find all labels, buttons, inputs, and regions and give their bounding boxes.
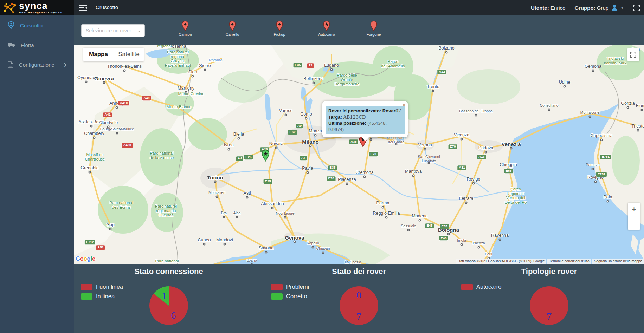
map-city-dot	[499, 239, 501, 241]
zoom-in-button[interactable]: +	[628, 203, 640, 216]
road-badge-e45: E45	[425, 223, 434, 228]
road-badge-a7: A7	[300, 156, 307, 160]
map-city-dot	[641, 109, 643, 111]
sidebar-item-label: Flotta	[21, 42, 34, 48]
road-badge-a430: A430	[122, 143, 133, 148]
map-city-dot	[224, 243, 226, 246]
report-error-link[interactable]: Segnala un errore nella mappa	[592, 259, 644, 264]
map-city-dot	[203, 243, 206, 246]
map-city-dot	[116, 132, 118, 135]
chart-legend: Autocarro	[461, 283, 502, 293]
legend-item-in-linea: In linea	[81, 293, 123, 300]
sidebar-item-flotta[interactable]: Flotta	[0, 35, 74, 55]
zoom-out-button[interactable]: −	[628, 216, 640, 230]
map-city-dot	[548, 109, 550, 111]
legend-swatch	[271, 293, 283, 300]
rover-type-legend: CamionCarrelloPickupAutocarroFurgone	[162, 20, 397, 43]
rover-info-body: Rover Id personalizzato: Rover07 Targa: …	[326, 106, 405, 134]
map-city-dot	[475, 114, 477, 117]
satellite-button[interactable]: Satellite	[114, 48, 144, 61]
pie-value-label: 1	[162, 290, 167, 301]
map-city-dot	[314, 134, 317, 137]
map-city-dot	[485, 151, 487, 154]
sidebar-item-configurazione[interactable]: Configurazione ❯	[0, 55, 74, 74]
road-badge-e70: E70	[449, 144, 457, 149]
road-badge-a22: A22	[437, 70, 446, 74]
road-badge-a13: A13	[477, 155, 486, 159]
document-icon	[8, 61, 13, 68]
pie-chart: 70	[334, 281, 384, 332]
road-badge-e70: E70	[327, 176, 336, 181]
rover-info-popup: × Rover Id personalizzato: Rover07 Targa…	[322, 101, 408, 137]
user-avatar-icon[interactable]	[611, 4, 618, 11]
legend-swatch	[81, 284, 92, 290]
map-city-dot	[312, 246, 314, 249]
menu-fold-icon[interactable]	[79, 5, 87, 11]
road-badge-e35: E35	[439, 236, 448, 240]
legend-item-problemi: Problemi	[271, 283, 309, 290]
google-logo[interactable]: Google	[76, 255, 95, 262]
road-badge-a31: A31	[457, 165, 466, 170]
road-badge-a40: A40	[142, 96, 151, 100]
rover-type-carrello: Carrello	[209, 20, 256, 43]
sidebar-item-label: Cruscotto	[20, 22, 43, 28]
pie-value-label: 0	[356, 289, 361, 300]
map-city-dot	[607, 200, 609, 203]
legend-swatch	[461, 284, 473, 290]
road-badge-a410: A410	[118, 101, 129, 105]
chart-title: Tipologie rover	[454, 267, 644, 276]
map-city-dot	[294, 241, 296, 243]
map-canvas[interactable]: GinevraTorinoMilanoGenovaVeneziaBolognaO…	[74, 45, 644, 264]
map-city-dot	[478, 246, 480, 249]
map-city-dot	[185, 91, 187, 94]
chevron-expand-icon[interactable]: ❯	[64, 63, 67, 67]
map-city-dot	[107, 126, 110, 128]
map-city-dot	[228, 148, 230, 151]
pie-value-label: 7	[356, 311, 361, 322]
map-type-control: Mappa Satellite	[83, 48, 144, 61]
map-city-dot	[204, 69, 206, 71]
logo-network-icon	[3, 1, 18, 14]
map-city-dot	[447, 233, 450, 235]
chart-tipologie-rover: Tipologie roverAutocarro7	[454, 264, 644, 333]
rover-select[interactable]: Selezionare un rover ⌄	[81, 24, 145, 37]
map-city-dot	[265, 251, 268, 254]
legend-item-fuori-linea: Fuori linea	[81, 283, 123, 290]
map-city-dot	[238, 137, 240, 140]
map-city-dot	[564, 85, 566, 88]
chevron-down-icon: ⌄	[137, 28, 141, 33]
terms-link[interactable]: Termini e condizioni d'uso	[547, 259, 591, 264]
legend-item-corretto: Corretto	[271, 293, 309, 300]
sidebar-item-cruscotto[interactable]: Cruscotto	[0, 15, 74, 35]
rover-select-placeholder: Selezionare un rover	[86, 28, 131, 33]
map-city-dot	[592, 168, 594, 170]
map-city-dot	[445, 51, 448, 54]
logo-title: synca	[19, 1, 63, 11]
map-button[interactable]: Mappa	[83, 48, 114, 61]
map-city-dot	[214, 181, 217, 183]
fullscreen-icon[interactable]	[633, 5, 640, 11]
rover-type-label: Pickup	[273, 32, 285, 37]
app-root: synca fleet management system Cruscotto …	[0, 0, 644, 333]
group-menu[interactable]: Gruppo: Grup ▼	[574, 4, 624, 11]
page-title: Cruscotto	[96, 4, 118, 10]
map-fullscreen-button[interactable]	[627, 48, 639, 61]
map-city-dot	[424, 148, 426, 151]
map-city-dot	[90, 125, 93, 128]
road-badge-a41: A41	[103, 112, 112, 117]
chart-title: Stato dei rover	[264, 267, 454, 276]
logo: synca fleet management system	[0, 0, 74, 15]
legend-label: In linea	[96, 293, 115, 300]
close-icon[interactable]: ×	[402, 102, 406, 109]
map-city-dot	[637, 129, 639, 132]
map-city-dot	[89, 171, 91, 174]
pie-chart: 61	[144, 281, 193, 332]
road-badge-a35: A35	[349, 139, 358, 144]
road-badge-13: 13	[307, 63, 314, 68]
map-city-dot	[465, 202, 468, 204]
chevron-down-icon[interactable]: ▼	[620, 6, 624, 10]
rover-type-label: Camion	[179, 32, 192, 37]
map-city-dot	[363, 176, 366, 178]
sidebar-item-label: Configurazione	[19, 62, 54, 68]
rover-marker-green[interactable]	[261, 149, 270, 163]
